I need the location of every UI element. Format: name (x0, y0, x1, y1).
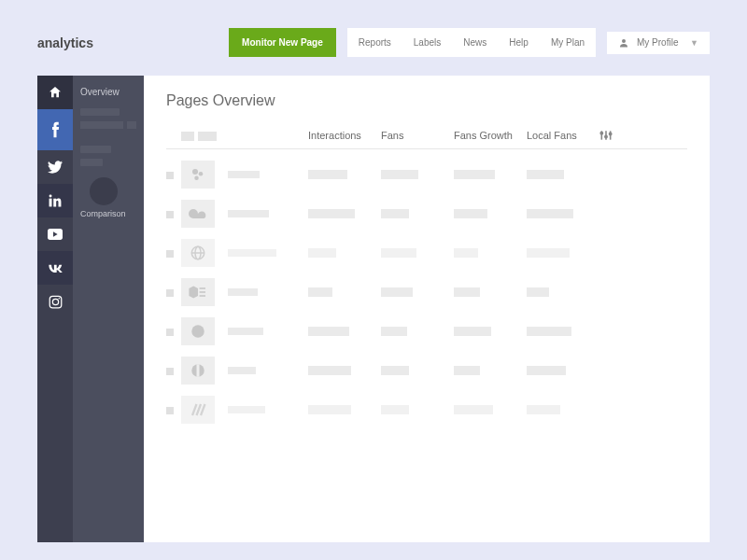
svg-point-11 (605, 135, 607, 137)
page-name (228, 249, 308, 257)
svg-rect-22 (200, 295, 205, 297)
table-row[interactable] (166, 357, 687, 385)
nav-my-plan[interactable]: My Plan (540, 28, 596, 57)
page-thumbnail (181, 278, 215, 306)
svg-line-27 (197, 404, 202, 415)
profile-label: My Profile (637, 37, 683, 48)
svg-point-6 (58, 298, 60, 300)
page-title: Pages Overview (166, 92, 687, 109)
table-settings-button[interactable] (599, 130, 687, 141)
brand-title: analytics (37, 35, 229, 50)
monitor-new-page-button[interactable]: Monitor New Page (229, 28, 336, 57)
svg-point-0 (622, 39, 626, 43)
svg-marker-19 (189, 287, 198, 299)
rail-twitter[interactable] (37, 150, 73, 184)
page-name (228, 328, 308, 335)
sidebar-placeholder (80, 121, 136, 129)
vk-icon (47, 263, 63, 273)
row-checkbox[interactable] (166, 166, 181, 183)
page-thumbnail (181, 317, 215, 345)
sidebar-placeholder (80, 146, 111, 153)
person-icon (618, 37, 629, 49)
my-profile-dropdown[interactable]: My Profile ▼ (607, 32, 710, 54)
svg-rect-1 (49, 199, 52, 207)
secondary-sidebar: Overview Comparison (73, 76, 144, 542)
row-checkbox[interactable] (166, 205, 181, 222)
svg-point-14 (199, 172, 204, 176)
page-name (228, 210, 308, 217)
sidebar-comparison[interactable]: Comparison (80, 183, 136, 218)
svg-line-28 (201, 404, 205, 415)
svg-line-26 (192, 404, 197, 415)
table-row[interactable] (166, 317, 687, 345)
rail-vk[interactable] (37, 251, 73, 285)
nav-news[interactable]: News (452, 28, 498, 57)
nav-reports[interactable]: Reports (347, 28, 402, 57)
table-header: Interactions Fans Fans Growth Local Fans (166, 130, 687, 149)
svg-point-12 (610, 133, 612, 134)
table-row[interactable] (166, 239, 687, 267)
svg-point-2 (49, 195, 52, 198)
row-checkbox[interactable] (166, 284, 181, 301)
page-name (228, 367, 308, 374)
svg-rect-4 (49, 296, 62, 308)
table-row[interactable] (166, 200, 687, 228)
svg-point-5 (52, 299, 58, 304)
sidebar-placeholder (80, 108, 120, 116)
col-fans[interactable]: Fans (381, 130, 454, 141)
svg-point-15 (194, 176, 199, 181)
table-row[interactable] (166, 161, 687, 189)
page-thumbnail (181, 396, 215, 424)
chevron-down-icon: ▼ (690, 38, 698, 48)
rail-home[interactable] (37, 76, 73, 109)
home-icon (48, 85, 63, 100)
row-checkbox[interactable] (166, 323, 181, 340)
network-rail (37, 76, 73, 542)
nav-help[interactable]: Help (498, 28, 540, 57)
youtube-icon (48, 229, 63, 240)
row-checkbox[interactable] (166, 362, 181, 379)
page-thumbnail (181, 239, 215, 267)
svg-point-23 (191, 325, 204, 338)
page-thumbnail (181, 161, 215, 189)
table-row[interactable] (166, 396, 687, 424)
row-checkbox[interactable] (166, 401, 181, 418)
table-row[interactable] (166, 278, 687, 306)
page-name (228, 288, 308, 296)
linkedin-icon (49, 194, 62, 207)
sidebar-overview[interactable]: Overview (80, 87, 136, 97)
page-name (228, 171, 308, 178)
sidebar-placeholder (80, 159, 103, 166)
col-local-fans[interactable]: Local Fans (527, 130, 599, 141)
nav-labels[interactable]: Labels (402, 28, 452, 57)
svg-point-10 (600, 133, 602, 134)
svg-point-13 (192, 169, 198, 175)
svg-rect-25 (197, 364, 200, 377)
top-nav: Reports Labels News Help My Plan (347, 28, 596, 57)
svg-rect-20 (200, 287, 205, 289)
svg-rect-21 (200, 291, 205, 293)
row-checkbox[interactable] (166, 245, 181, 261)
twitter-icon (48, 161, 63, 174)
page-thumbnail (181, 357, 215, 385)
page-name (228, 406, 308, 413)
table-body (166, 161, 687, 424)
sliders-icon (599, 130, 613, 141)
instagram-icon (49, 295, 63, 309)
col-fans-growth[interactable]: Fans Growth (454, 130, 527, 141)
rail-instagram[interactable] (37, 285, 73, 318)
facebook-icon (49, 121, 61, 138)
page-thumbnail (181, 200, 215, 228)
rail-facebook[interactable] (37, 109, 73, 150)
rail-linkedin[interactable] (37, 184, 73, 217)
rail-youtube[interactable] (37, 217, 73, 251)
col-interactions[interactable]: Interactions (308, 130, 381, 141)
